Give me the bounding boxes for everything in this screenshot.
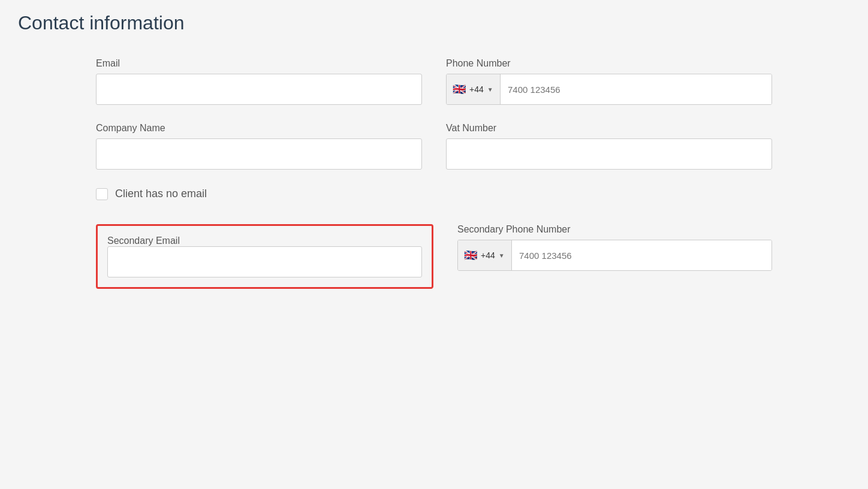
- secondary-email-group: Secondary Email: [96, 224, 433, 289]
- secondary-phone-dropdown-arrow-icon: ▼: [499, 252, 505, 259]
- secondary-phone-label: Secondary Phone Number: [457, 224, 772, 235]
- secondary-phone-country-select[interactable]: 🇬🇧 +44 ▼: [458, 240, 512, 270]
- company-vat-row: Company Name Vat Number: [18, 123, 850, 170]
- phone-dropdown-arrow-icon: ▼: [487, 86, 493, 93]
- secondary-phone-number-input[interactable]: [512, 240, 771, 270]
- uk-flag-icon: 🇬🇧: [453, 84, 466, 95]
- phone-number-input[interactable]: [501, 74, 771, 104]
- secondary-phone-input-wrapper: 🇬🇧 +44 ▼: [457, 240, 772, 271]
- phone-country-select[interactable]: 🇬🇧 +44 ▼: [447, 74, 501, 104]
- company-input[interactable]: [96, 138, 422, 170]
- no-email-label: Client has no email: [115, 188, 207, 200]
- vat-input[interactable]: [446, 138, 772, 170]
- company-group: Company Name: [96, 123, 422, 170]
- phone-input-wrapper: 🇬🇧 +44 ▼: [446, 74, 772, 105]
- secondary-row: Secondary Email Secondary Phone Number 🇬…: [96, 224, 772, 289]
- vat-label: Vat Number: [446, 123, 772, 134]
- phone-country-code: +44: [469, 84, 484, 94]
- no-email-row: Client has no email: [18, 188, 850, 200]
- contact-form-section: Email Phone Number 🇬🇧 +44 ▼ Company Name…: [18, 52, 850, 295]
- page-title: Contact information: [18, 12, 850, 34]
- email-input[interactable]: [96, 74, 422, 105]
- phone-label: Phone Number: [446, 58, 772, 69]
- email-group: Email: [96, 58, 422, 105]
- secondary-email-label: Secondary Email: [107, 236, 180, 246]
- no-email-checkbox[interactable]: [96, 188, 108, 200]
- secondary-section: Secondary Email Secondary Phone Number 🇬…: [18, 224, 850, 289]
- phone-group: Phone Number 🇬🇧 +44 ▼: [446, 58, 772, 105]
- secondary-email-input[interactable]: [107, 246, 422, 277]
- email-phone-row: Email Phone Number 🇬🇧 +44 ▼: [18, 58, 850, 105]
- company-label: Company Name: [96, 123, 422, 134]
- secondary-phone-group: Secondary Phone Number 🇬🇧 +44 ▼: [457, 224, 772, 289]
- secondary-uk-flag-icon: 🇬🇧: [464, 250, 477, 261]
- email-label: Email: [96, 58, 422, 69]
- secondary-phone-country-code: +44: [481, 250, 495, 260]
- vat-group: Vat Number: [446, 123, 772, 170]
